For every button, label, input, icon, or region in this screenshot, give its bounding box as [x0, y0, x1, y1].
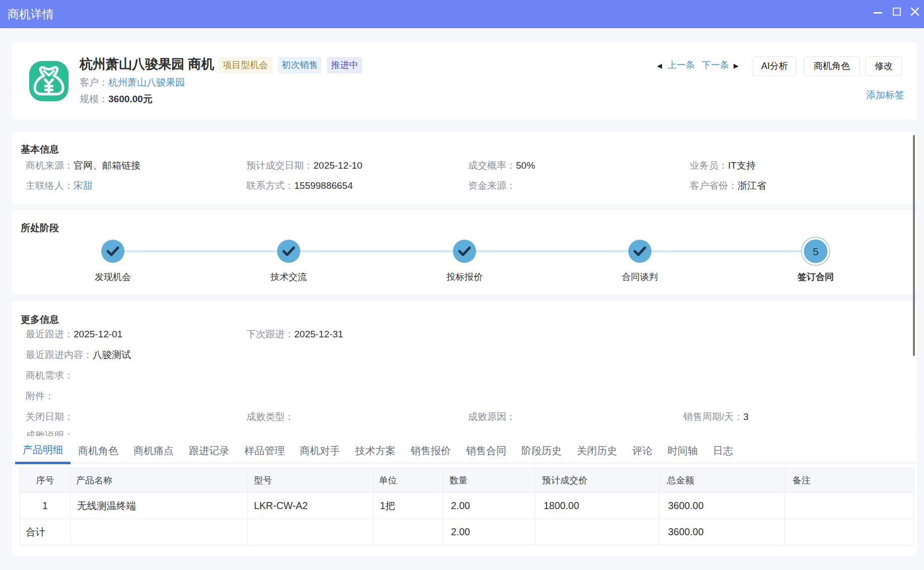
svg-text:5: 5 [813, 246, 819, 257]
